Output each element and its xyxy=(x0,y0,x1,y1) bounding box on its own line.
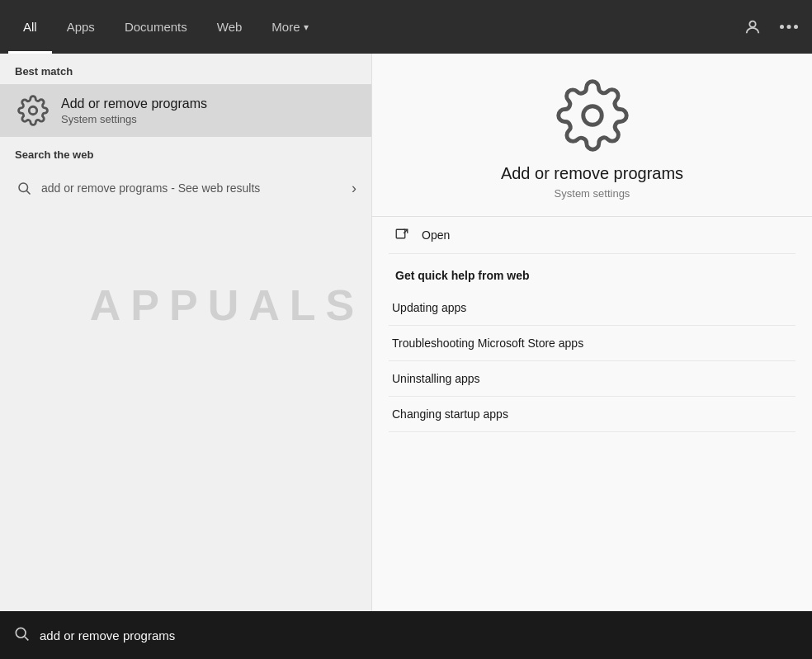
best-match-item[interactable]: Add or remove programs System settings xyxy=(0,84,371,137)
left-panel: Best match Add or remove programs System… xyxy=(0,54,371,611)
svg-point-2 xyxy=(787,25,791,29)
link-updating-apps[interactable]: Updating apps xyxy=(389,290,795,326)
svg-rect-8 xyxy=(396,229,405,238)
link-uninstalling-label: Uninstalling apps xyxy=(392,372,480,385)
top-bar: All Apps Documents Web More ▾ xyxy=(0,0,812,54)
svg-point-1 xyxy=(780,25,784,29)
svg-line-10 xyxy=(25,636,29,640)
link-uninstalling[interactable]: Uninstalling apps xyxy=(389,361,795,397)
web-search-suffix: - See web results xyxy=(171,181,260,195)
svg-point-9 xyxy=(16,628,26,638)
svg-line-6 xyxy=(26,191,30,194)
best-match-subtitle: System settings xyxy=(61,113,207,125)
right-header: Add or remove programs System settings xyxy=(372,54,812,217)
web-search-item[interactable]: add or remove programs - See web results… xyxy=(0,169,371,207)
open-action[interactable]: Open xyxy=(389,217,795,254)
settings-gear-icon xyxy=(15,92,51,129)
link-startup-apps[interactable]: Changing startup apps xyxy=(389,397,795,432)
svg-point-4 xyxy=(29,106,37,115)
search-icon xyxy=(13,625,30,646)
link-troubleshooting[interactable]: Troubleshooting Microsoft Store apps xyxy=(389,326,795,361)
tab-web[interactable]: Web xyxy=(202,0,257,54)
web-search-label: Search the web xyxy=(0,137,371,167)
tab-all[interactable]: All xyxy=(8,0,52,54)
search-bar xyxy=(0,611,812,659)
best-match-label: Best match xyxy=(0,54,371,84)
chevron-right-icon: › xyxy=(352,180,356,197)
chevron-down-icon: ▾ xyxy=(304,21,309,33)
web-search-query-text: add or remove programs - See web results xyxy=(41,181,352,195)
best-match-title: Add or remove programs xyxy=(61,96,207,111)
quick-help-header: Get quick help from web xyxy=(392,264,792,287)
open-window-icon xyxy=(392,228,412,242)
right-actions: Open Get quick help from web Updating ap… xyxy=(372,217,812,432)
tab-apps[interactable]: Apps xyxy=(52,0,110,54)
ellipsis-icon xyxy=(780,25,798,29)
search-input[interactable] xyxy=(40,628,799,643)
person-icon-btn[interactable] xyxy=(738,12,767,42)
main-content: Best match Add or remove programs System… xyxy=(0,54,812,611)
person-icon xyxy=(744,18,762,36)
link-updating-apps-label: Updating apps xyxy=(392,301,466,314)
right-panel-subtitle: System settings xyxy=(555,187,630,200)
best-match-text-block: Add or remove programs System settings xyxy=(61,96,207,125)
more-options-btn[interactable] xyxy=(774,12,804,42)
svg-point-0 xyxy=(749,21,755,26)
svg-point-7 xyxy=(583,106,602,125)
large-gear-icon xyxy=(555,78,630,153)
open-label: Open xyxy=(422,228,450,242)
top-bar-actions xyxy=(738,12,804,42)
right-panel-title: Add or remove programs xyxy=(501,164,683,183)
svg-point-5 xyxy=(19,183,28,192)
tab-documents[interactable]: Documents xyxy=(110,0,202,54)
quick-help-label: Get quick help from web xyxy=(395,269,530,282)
link-troubleshooting-label: Troubleshooting Microsoft Store apps xyxy=(392,337,583,350)
right-panel: Add or remove programs System settings O… xyxy=(371,54,812,611)
search-loop-icon xyxy=(15,179,33,197)
link-startup-label: Changing startup apps xyxy=(392,407,508,421)
tab-list: All Apps Documents Web More ▾ xyxy=(8,0,738,54)
tab-more[interactable]: More ▾ xyxy=(257,0,323,54)
quick-help-section: Get quick help from web xyxy=(389,254,795,290)
svg-point-3 xyxy=(794,25,798,29)
